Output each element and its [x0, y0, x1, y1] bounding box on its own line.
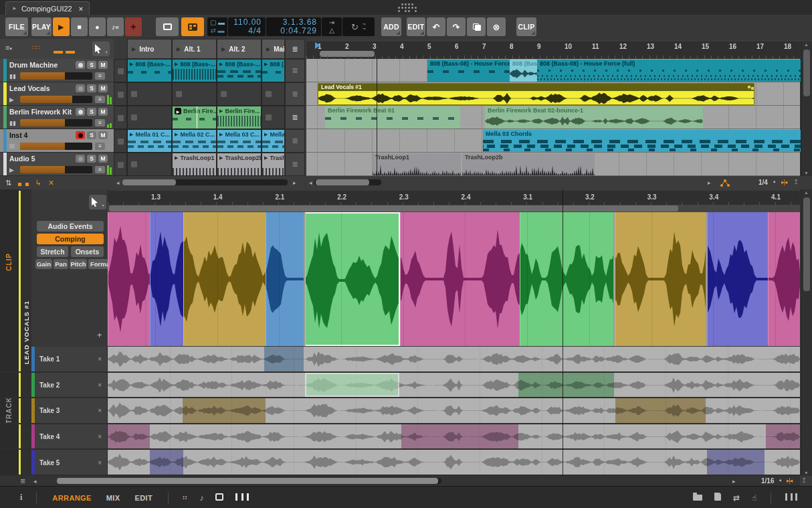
- launcher-clip-cell[interactable]: ▶808 (Bass-...: [172, 59, 217, 82]
- display-profile-icon[interactable]: [156, 17, 179, 36]
- track-header-4[interactable]: Audio 5SM▶≡: [0, 153, 114, 176]
- arranger-clip[interactable]: 808 (Bass-08) - House Force (full): [537, 60, 802, 82]
- editor-grid-caret-icon[interactable]: ▴: [779, 477, 782, 483]
- track-launcher-menu-icon[interactable]: ≣: [285, 106, 305, 129]
- comp-segment-0[interactable]: [108, 212, 150, 346]
- arranger-clip[interactable]: Mella 03 Chords: [483, 130, 802, 152]
- launcher-clip-cell[interactable]: ▶808 (Bass-...: [127, 59, 172, 82]
- stop-all-scenes-icon[interactable]: ≣: [285, 39, 305, 59]
- tab-clip[interactable]: CLIP: [5, 253, 13, 271]
- launcher-clip-cell[interactable]: ▶Trash...: [262, 153, 285, 176]
- take-waveform-area[interactable]: [108, 450, 800, 475]
- mute-button[interactable]: M: [98, 108, 108, 116]
- launcher-clip-cell[interactable]: ▶Berlin Fire...: [172, 106, 217, 129]
- close-tab-icon[interactable]: ×: [79, 5, 83, 13]
- track-launcher-menu-icon[interactable]: ≣: [285, 153, 305, 176]
- volume-slider[interactable]: [20, 72, 92, 80]
- solo-button[interactable]: S: [87, 108, 96, 116]
- arranger-view-icon[interactable]: [54, 44, 75, 56]
- take-label[interactable]: Take 2×: [31, 373, 108, 398]
- scene-header-0[interactable]: ▶Intro: [127, 39, 172, 59]
- launcher-clip-cell[interactable]: ▶TrashLoop2b: [217, 153, 262, 176]
- transport-mode-icons[interactable]: ▢ ▬⇄ ▬: [207, 17, 227, 36]
- audio-events-button[interactable]: Audio Events: [37, 221, 104, 232]
- launcher-clip-cell[interactable]: ▶Mella...: [262, 129, 285, 153]
- take-highlight[interactable]: [183, 398, 266, 423]
- arranger-clip[interactable]: 808 (Bass-08) - House Force (: [427, 60, 510, 82]
- record-arm-button[interactable]: [76, 108, 85, 116]
- pitch-button[interactable]: Pitch: [70, 259, 87, 269]
- take-label[interactable]: Take 4×: [31, 424, 108, 449]
- record-arm-button[interactable]: [76, 84, 85, 92]
- launcher-scroll-right-icon[interactable]: ▸: [293, 179, 296, 186]
- automation-curves-icon[interactable]: ~~: [363, 22, 366, 31]
- track-header-3[interactable]: Inst 4SM⦀⦀≡: [0, 129, 114, 153]
- launcher-clip-cell[interactable]: ▶Berlin Fire...: [217, 106, 262, 129]
- launcher-clip-cell[interactable]: [172, 82, 217, 106]
- editor-adaptive-grid-icon[interactable]: ↥: [801, 477, 807, 484]
- arranger-clip[interactable]: TrashLoop1: [373, 153, 461, 175]
- solo-button[interactable]: S: [87, 84, 96, 92]
- arranger-clip[interactable]: Berlin Firework Beat 02-bounce-1: [485, 106, 703, 129]
- scene-header-3[interactable]: ▶Main: [262, 39, 285, 59]
- mute-button[interactable]: M: [98, 61, 108, 69]
- scene-header-2[interactable]: ▶Alt. 2: [217, 39, 262, 59]
- scene-header-1[interactable]: ▶Alt. 1: [172, 39, 217, 59]
- track-header-2[interactable]: Berlin Firework KitSM▮▮≡: [0, 106, 114, 129]
- take-highlight[interactable]: [518, 373, 614, 398]
- clip-stop-cell[interactable]: [114, 106, 127, 129]
- onsets-button[interactable]: Onsets: [71, 246, 104, 257]
- track-menu-button[interactable]: ≡: [95, 72, 105, 80]
- clip-stop-cell[interactable]: [114, 59, 127, 82]
- clip-stop-cell[interactable]: [114, 153, 127, 176]
- tab-mix[interactable]: MIX: [106, 494, 120, 502]
- undo-button[interactable]: ↶: [427, 17, 445, 36]
- arranger-scroll-right-icon[interactable]: ▸: [708, 179, 711, 186]
- delete-selection-icon[interactable]: ✕: [48, 179, 54, 187]
- gain-button[interactable]: Gain: [35, 259, 52, 269]
- launcher-clip-cell[interactable]: ▶Mella 03 C...: [217, 129, 262, 153]
- file-menu-button[interactable]: FILE: [5, 17, 28, 36]
- loop-icon[interactable]: ↻: [351, 22, 359, 32]
- comp-segment-3[interactable]: [266, 212, 304, 346]
- take-waveform-area[interactable]: [108, 347, 800, 371]
- editor-scroll-left-icon[interactable]: ◂: [33, 478, 37, 485]
- comp-segment-8[interactable]: [707, 212, 768, 346]
- comping-button[interactable]: Comping: [37, 234, 104, 244]
- solo-button[interactable]: S: [87, 155, 96, 163]
- take-label[interactable]: Take 1×: [31, 347, 108, 371]
- playback-start-cue-icon[interactable]: [315, 42, 320, 49]
- redo-button[interactable]: ↷: [447, 17, 466, 36]
- scene-play-icon[interactable]: ▶: [221, 46, 225, 52]
- take-highlight[interactable]: [305, 373, 399, 398]
- add-button[interactable]: ADD: [381, 17, 401, 36]
- volume-slider[interactable]: [20, 96, 92, 103]
- comp-segment-2[interactable]: [183, 212, 266, 346]
- record-arm-button[interactable]: [76, 61, 85, 69]
- delete-take-icon[interactable]: ×: [98, 407, 102, 414]
- launcher-clip-cell[interactable]: [217, 82, 262, 106]
- solo-button[interactable]: S: [87, 131, 96, 139]
- info-icon[interactable]: i: [20, 493, 22, 503]
- punch-in-out-icons[interactable]: ⇥△: [322, 17, 342, 36]
- delete-take-icon[interactable]: ×: [98, 355, 102, 363]
- editor-scroll-right-icon[interactable]: ▸: [732, 478, 736, 485]
- piano-keys-icon[interactable]: [785, 493, 797, 503]
- clip-stop-cell[interactable]: [114, 82, 127, 106]
- take-highlight[interactable]: [401, 424, 518, 449]
- editor-snap-icon[interactable]: ▸|◂: [787, 477, 792, 484]
- automation-write-icon[interactable]: ♪w: [107, 17, 124, 36]
- comp-segment-1[interactable]: [150, 212, 183, 346]
- volume-slider[interactable]: [20, 119, 92, 126]
- dual-display-icon[interactable]: ∷: [183, 495, 187, 501]
- track-launcher-menu-icon[interactable]: ≣: [285, 82, 305, 106]
- mute-button[interactable]: M: [98, 155, 108, 163]
- browser-panel-icon[interactable]: [693, 493, 702, 503]
- editor-playhead[interactable]: [563, 189, 563, 476]
- overdub-button[interactable]: +: [125, 17, 142, 36]
- take-waveform-area[interactable]: [108, 424, 800, 449]
- arranger-playhead[interactable]: [377, 59, 377, 176]
- track-launcher-menu-icon[interactable]: ≣: [285, 59, 305, 82]
- take-highlight[interactable]: [264, 347, 304, 371]
- take-highlight[interactable]: [108, 424, 150, 449]
